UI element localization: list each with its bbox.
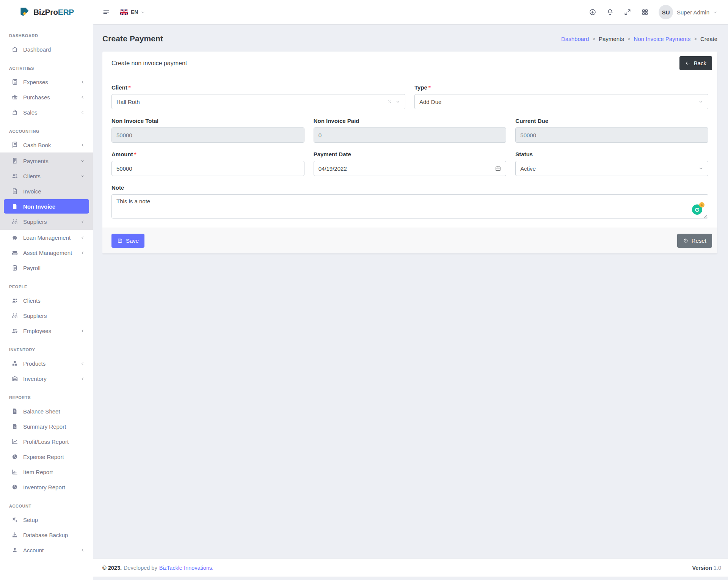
field-current-due: Current Due bbox=[515, 118, 708, 143]
chevron-left-icon bbox=[80, 143, 85, 147]
grammarly-icon[interactable]: G 1 bbox=[692, 204, 702, 215]
sidebar-item-summary-report[interactable]: Summary Report bbox=[0, 419, 93, 434]
client-label: Client bbox=[111, 84, 127, 91]
user-name: Super Admin bbox=[677, 9, 709, 16]
topbar-actions: SU Super Admin bbox=[589, 5, 717, 19]
sidebar-section-people: PEOPLE bbox=[0, 275, 93, 293]
uk-flag-icon bbox=[120, 9, 128, 15]
required-mark: * bbox=[134, 151, 136, 157]
sidebar-item-suppliers[interactable]: Suppliers bbox=[0, 308, 93, 323]
sidebar-item-setup[interactable]: Setup bbox=[0, 512, 93, 527]
home-icon bbox=[11, 46, 18, 53]
sidebar-item-clients[interactable]: Clients bbox=[0, 168, 93, 184]
menu-toggle-button[interactable] bbox=[102, 8, 110, 16]
boxes-icon bbox=[11, 360, 18, 367]
back-button[interactable]: Back bbox=[679, 56, 712, 70]
sidebar-item-database-backup[interactable]: Database Backup bbox=[0, 527, 93, 542]
payment-date-input[interactable]: 04/19/2022 bbox=[314, 161, 507, 176]
plus-circle-button[interactable] bbox=[589, 8, 596, 16]
chevron-left-icon bbox=[80, 251, 85, 255]
status-select[interactable]: Active bbox=[515, 161, 708, 176]
company-link[interactable]: BizTackle Innovations. bbox=[159, 565, 213, 571]
sidebar-item-employees[interactable]: Employees bbox=[0, 323, 93, 338]
avatar: SU bbox=[659, 5, 673, 19]
bottom-strip bbox=[93, 577, 728, 580]
sidebar-item-expense-report[interactable]: Expense Report bbox=[0, 449, 93, 464]
sidebar-section-account: ACCOUNT bbox=[0, 495, 93, 512]
non-invoice-total-input bbox=[111, 127, 304, 143]
resize-handle-icon[interactable] bbox=[703, 213, 707, 217]
user-menu[interactable]: SU Super Admin bbox=[659, 5, 717, 19]
download-icon bbox=[11, 531, 18, 538]
clear-selection-icon[interactable] bbox=[387, 99, 392, 104]
chevron-down-icon bbox=[395, 99, 400, 104]
field-status: Status Active bbox=[515, 151, 708, 176]
field-type: Type* Add Due bbox=[414, 84, 708, 109]
sidebar-item-purchases[interactable]: Purchases bbox=[0, 90, 93, 105]
sidebar-item-payroll[interactable]: Payroll bbox=[0, 260, 93, 275]
field-note: Note This is a note G 1 bbox=[111, 184, 708, 218]
plus-circle-icon bbox=[589, 8, 596, 16]
brand-logo[interactable]: BizProERP bbox=[0, 0, 93, 24]
apps-grid-button[interactable] bbox=[641, 8, 649, 16]
brand-logo-icon bbox=[19, 6, 30, 18]
card-title: Create non invoice payment bbox=[111, 60, 187, 67]
card-header: Create non invoice payment Back bbox=[102, 52, 717, 75]
non-invoice-paid-input bbox=[314, 127, 507, 143]
type-select[interactable]: Add Due bbox=[414, 94, 708, 109]
calendar-icon[interactable] bbox=[495, 165, 501, 172]
sidebar-item-inventory[interactable]: Inventory bbox=[0, 371, 93, 386]
developed-by: Developed by bbox=[124, 565, 157, 571]
field-payment-date: Payment Date 04/19/2022 bbox=[314, 151, 507, 176]
amount-input[interactable] bbox=[111, 161, 304, 176]
note-textarea[interactable]: This is a note bbox=[111, 194, 708, 218]
sidebar-item-profit-loss-report[interactable]: Profit/Loss Report bbox=[0, 434, 93, 449]
brand-name: BizProERP bbox=[33, 8, 74, 17]
sidebar-item-balance-sheet[interactable]: Balance Sheet bbox=[0, 404, 93, 419]
required-mark: * bbox=[129, 84, 131, 91]
chevron-down-icon bbox=[80, 174, 85, 178]
sidebar-item-non-invoice[interactable]: Non Invoice bbox=[4, 199, 89, 214]
sidebar-item-payments[interactable]: Payments bbox=[0, 153, 93, 168]
field-non-invoice-paid: Non Invoice Paid bbox=[314, 118, 507, 143]
sidebar-item-products[interactable]: Products bbox=[0, 356, 93, 371]
sidebar-item-sales[interactable]: Sales bbox=[0, 105, 93, 120]
sidebar-item-dashboard[interactable]: Dashboard bbox=[0, 42, 93, 57]
save-button[interactable]: Save bbox=[111, 234, 144, 248]
page-content: Create Payment Dashboard>Payments>Non In… bbox=[93, 24, 728, 558]
sidebar-item-suppliers[interactable]: Suppliers bbox=[0, 214, 93, 229]
sidebar-item-clients[interactable]: Clients bbox=[0, 293, 93, 308]
sidebar-item-cash-book[interactable]: Cash Book bbox=[0, 137, 93, 152]
breadcrumb-separator: > bbox=[592, 36, 595, 42]
language-selector[interactable]: EN bbox=[120, 9, 145, 15]
sidebar-item-loan-management[interactable]: Loan Management bbox=[0, 230, 93, 245]
sidebar-item-inventory-report[interactable]: Inventory Report bbox=[0, 479, 93, 495]
fullscreen-button[interactable] bbox=[624, 8, 631, 16]
gears-icon bbox=[11, 516, 18, 523]
copyright: © 2023. bbox=[102, 565, 122, 571]
main-column: EN SU Super Admin Create Payment Dashboa… bbox=[93, 0, 728, 580]
grammarly-badge: 1 bbox=[699, 202, 704, 207]
fullscreen-icon bbox=[624, 8, 631, 16]
client-select[interactable]: Hall Roth bbox=[111, 94, 405, 109]
breadcrumb-separator: > bbox=[694, 36, 697, 42]
sidebar-item-invoice[interactable]: Invoice bbox=[0, 184, 93, 199]
sidebar-item-asset-management[interactable]: Asset Management bbox=[0, 245, 93, 260]
bell-button[interactable] bbox=[606, 8, 614, 16]
users-gear-icon bbox=[11, 327, 18, 334]
page-title: Create Payment bbox=[102, 34, 163, 43]
language-code: EN bbox=[131, 9, 138, 15]
sidebar-item-account[interactable]: Account bbox=[0, 542, 93, 558]
breadcrumb-link[interactable]: Non Invoice Payments bbox=[634, 36, 690, 42]
sidebar-item-expenses[interactable]: Expenses bbox=[0, 74, 93, 90]
chart-pie-icon bbox=[11, 453, 18, 460]
chevron-left-icon bbox=[80, 80, 85, 84]
sidebar-section-activities: ACTIVITIES bbox=[0, 57, 93, 74]
user-icon bbox=[11, 547, 18, 553]
version: Version1.0 bbox=[692, 565, 721, 571]
create-payment-card: Create non invoice payment Back Client* … bbox=[102, 52, 717, 253]
power-icon bbox=[683, 238, 689, 244]
breadcrumb-link[interactable]: Dashboard bbox=[561, 36, 589, 42]
sidebar-item-item-report[interactable]: Item Report bbox=[0, 464, 93, 479]
reset-button[interactable]: Reset bbox=[677, 234, 712, 248]
